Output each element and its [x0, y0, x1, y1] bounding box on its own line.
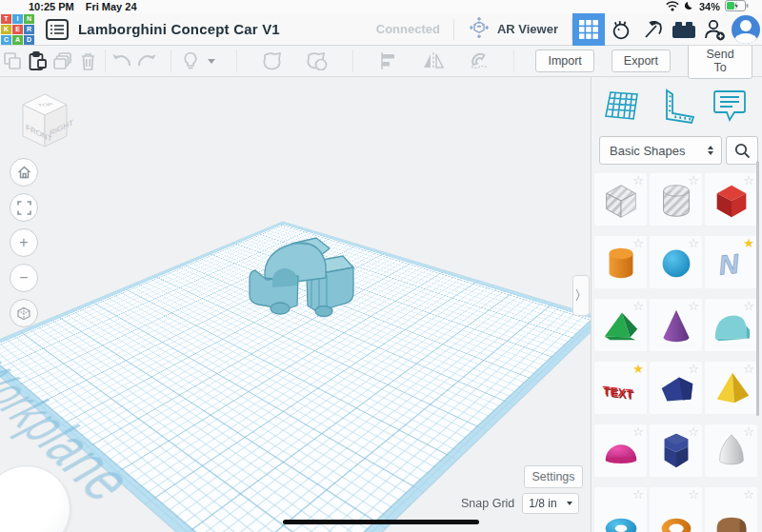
shape-tile-polygon[interactable]: [650, 362, 702, 414]
zoom-in-button[interactable]: +: [10, 228, 38, 257]
updown-caret-icon: [708, 146, 713, 155]
favorite-star-icon[interactable]: [688, 363, 699, 375]
search-shapes-button[interactable]: [726, 136, 758, 165]
copy-icon[interactable]: [0, 49, 25, 73]
blocks-grid-button[interactable]: [572, 13, 605, 46]
snap-grid-select[interactable]: 1/8 in: [522, 493, 579, 514]
shape-tile-scribble[interactable]: N: [705, 236, 757, 288]
favorite-star-icon[interactable]: [743, 174, 754, 187]
shape-tile-tube[interactable]: [650, 487, 702, 532]
favorite-star-icon[interactable]: [632, 300, 644, 312]
perspective-toggle-button[interactable]: [10, 299, 38, 327]
shape-tile-paraboloid[interactable]: [705, 424, 757, 477]
align-icon[interactable]: [374, 49, 402, 73]
favorite-star-icon[interactable]: [688, 300, 699, 312]
panel-tools-row: [592, 77, 762, 134]
ruler-tool-icon[interactable]: [655, 87, 697, 127]
panel-scrollbar[interactable]: [756, 161, 759, 416]
ungroup-icon[interactable]: [304, 49, 331, 73]
favorite-star-icon[interactable]: [632, 237, 644, 249]
favorite-star-icon[interactable]: [743, 237, 754, 249]
fit-view-button[interactable]: [10, 193, 38, 222]
notes-tool-icon[interactable]: [709, 87, 751, 127]
workplane-tool-icon[interactable]: [601, 87, 643, 127]
connected-status: Connected: [363, 22, 453, 36]
shape-tile-round-roof[interactable]: [705, 299, 757, 351]
favorite-star-icon[interactable]: [688, 237, 699, 249]
redo-icon[interactable]: [134, 49, 159, 73]
favorite-star-icon[interactable]: [632, 488, 644, 501]
avatar[interactable]: [732, 15, 760, 44]
person-add-icon[interactable]: [699, 13, 731, 46]
favorite-star-icon[interactable]: [743, 300, 754, 312]
settings-button[interactable]: Settings: [524, 465, 583, 488]
shape-tile-text[interactable]: TEXTTEXT: [594, 362, 647, 414]
view-nav-column: + −: [10, 158, 38, 327]
snap-grid-value: 1/8 in: [529, 497, 556, 510]
shape-tile-cylinder[interactable]: [594, 236, 647, 288]
sim-lab-icon[interactable]: [605, 13, 636, 46]
ar-cube-icon: [468, 16, 491, 42]
lego-brick-icon[interactable]: [668, 13, 699, 46]
view-cube[interactable]: TOP FRONT RIGHT: [13, 87, 76, 157]
snap-grid-control: Snap Grid 1/8 in: [461, 493, 579, 514]
ar-viewer-label: AR Viewer: [497, 22, 558, 36]
shape-tile-half-sphere[interactable]: [594, 424, 647, 477]
shape-tile-box[interactable]: [705, 173, 757, 226]
favorite-star-icon[interactable]: [743, 425, 754, 438]
svg-text:N: N: [717, 247, 741, 280]
favorite-star-icon[interactable]: [632, 425, 644, 438]
favorite-star-icon[interactable]: [632, 363, 644, 375]
home-view-button[interactable]: [10, 158, 38, 187]
shape-tile-hexagonal-prism[interactable]: [650, 424, 702, 477]
tinkercad-app: { "status_bar": { "time": "10:25 PM", "d…: [0, 0, 762, 532]
panel-collapse-handle[interactable]: 〉: [572, 275, 590, 316]
divider: [105, 49, 106, 72]
zoom-out-button[interactable]: −: [10, 264, 38, 292]
shape-category-dropdown[interactable]: Basic Shapes: [599, 136, 722, 165]
shape-tile-sphere[interactable]: [650, 236, 702, 288]
bulb-dropdown-caret[interactable]: [208, 59, 215, 64]
shape-tile-roof[interactable]: [594, 299, 647, 351]
clock-date: Fri May 24: [86, 1, 137, 12]
viewport-3d[interactable]: Workplane TOP FRONT RIGHT + −: [0, 77, 591, 532]
shape-tile-cone[interactable]: [650, 299, 702, 351]
show-hide-bulb-icon[interactable]: [175, 49, 206, 73]
magnet-icon[interactable]: [465, 49, 492, 73]
divider: [170, 49, 171, 72]
favorite-star-icon[interactable]: [632, 174, 644, 187]
wifi-icon: [666, 1, 679, 13]
minecraft-pickaxe-icon[interactable]: [636, 13, 668, 46]
ar-viewer-button[interactable]: AR Viewer: [454, 13, 572, 45]
favorite-star-icon[interactable]: [688, 425, 699, 438]
mirror-icon[interactable]: [420, 49, 448, 73]
show-hide-group: [175, 49, 215, 73]
ios-home-indicator[interactable]: [283, 520, 479, 524]
design-title: Lamborghini Concept Car V1: [78, 21, 280, 37]
concept-car-model[interactable]: [238, 227, 360, 325]
paste-icon[interactable]: [25, 49, 50, 73]
import-button[interactable]: Import: [535, 49, 593, 72]
group-icon[interactable]: [258, 49, 286, 73]
divider: [352, 49, 353, 72]
shape-tile-torus[interactable]: [594, 487, 647, 532]
favorite-star-icon[interactable]: [688, 174, 699, 187]
design-menu-icon[interactable]: [46, 19, 69, 40]
export-button[interactable]: Export: [612, 49, 671, 72]
favorite-star-icon[interactable]: [688, 488, 699, 501]
ios-status-bar: 10:25 PM Fri May 24 34%: [0, 0, 762, 13]
shape-tile-loaf[interactable]: [705, 487, 757, 532]
snap-grid-label: Snap Grid: [461, 497, 514, 510]
favorite-star-icon[interactable]: [743, 363, 754, 375]
shape-tile-box-hole[interactable]: [594, 173, 647, 226]
chevron-down-icon: [567, 502, 572, 505]
delete-icon[interactable]: [75, 49, 100, 73]
favorite-star-icon[interactable]: [743, 488, 754, 501]
duplicate-icon[interactable]: [50, 49, 75, 73]
shape-tile-pyramid[interactable]: [705, 362, 757, 414]
battery-percent: 34%: [699, 1, 720, 12]
shape-tile-cylinder-hole[interactable]: [650, 173, 702, 226]
tinkercad-logo[interactable]: TIN KER CAD: [1, 14, 34, 45]
undo-icon[interactable]: [110, 49, 134, 73]
send-to-button[interactable]: Send To: [688, 43, 752, 79]
